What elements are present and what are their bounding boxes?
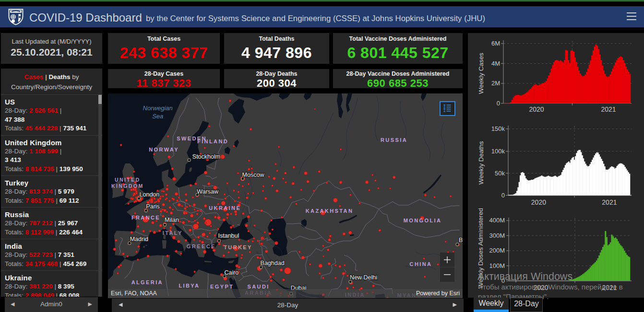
svg-text:150k: 150k bbox=[491, 125, 505, 132]
svg-text:100M: 100M bbox=[489, 262, 505, 269]
svg-text:2021: 2021 bbox=[601, 105, 616, 113]
svg-text:Baghdad: Baghdad bbox=[261, 260, 285, 266]
svg-text:London: London bbox=[140, 191, 160, 198]
svg-text:Warsaw: Warsaw bbox=[197, 188, 219, 195]
svg-text:2020: 2020 bbox=[529, 105, 544, 113]
svg-text:6M: 6M bbox=[491, 40, 500, 47]
svg-text:Cairo: Cairo bbox=[224, 269, 239, 276]
svg-text:KINGDOM: KINGDOM bbox=[111, 183, 144, 189]
svg-text:FRANCE: FRANCE bbox=[131, 215, 160, 220]
svg-text:2020: 2020 bbox=[531, 198, 546, 206]
svg-text:TURKEY: TURKEY bbox=[224, 244, 252, 250]
svg-text:KAZAKHSTAN: KAZAKHSTAN bbox=[306, 208, 354, 214]
svg-text:400M: 400M bbox=[489, 217, 505, 224]
svg-text:Paris: Paris bbox=[146, 203, 159, 210]
svg-text:ALGERIA: ALGERIA bbox=[131, 279, 163, 285]
svg-text:Esri, FAO, NOAA: Esri, FAO, NOAA bbox=[111, 290, 157, 297]
svg-text:MONGOLIA: MONGOLIA bbox=[404, 218, 442, 223]
svg-text:50k: 50k bbox=[495, 170, 505, 177]
svg-text:LIBYA: LIBYA bbox=[179, 283, 200, 289]
svg-text:4M: 4M bbox=[491, 60, 500, 67]
svg-text:EGYPT: EGYPT bbox=[210, 284, 234, 289]
svg-text:GREECE: GREECE bbox=[187, 243, 216, 249]
svg-text:Weekly Cases: Weekly Cases bbox=[477, 53, 485, 94]
svg-text:Weekly Deaths: Weekly Deaths bbox=[477, 141, 485, 185]
svg-text:Sea: Sea bbox=[152, 113, 163, 120]
svg-text:NORWAY: NORWAY bbox=[149, 147, 179, 152]
svg-text:FINLAND: FINLAND bbox=[197, 139, 228, 144]
svg-text:ITALY: ITALY bbox=[163, 230, 183, 236]
svg-text:Moscow: Moscow bbox=[242, 172, 265, 178]
svg-text:Stockholm: Stockholm bbox=[192, 153, 220, 160]
svg-text:Powered by Esri: Powered by Esri bbox=[416, 290, 460, 297]
svg-text:200M: 200M bbox=[489, 247, 505, 254]
svg-text:2021: 2021 bbox=[602, 198, 617, 206]
svg-text:Madrid: Madrid bbox=[130, 236, 148, 243]
svg-text:RUSSIA: RUSSIA bbox=[381, 137, 407, 143]
svg-text:0: 0 bbox=[501, 192, 505, 199]
svg-text:Istanbul: Istanbul bbox=[218, 232, 239, 239]
svg-text:0: 0 bbox=[497, 100, 500, 107]
svg-text:SAUDI: SAUDI bbox=[247, 284, 269, 289]
svg-text:UNITED: UNITED bbox=[115, 177, 140, 183]
svg-text:UKRAINE: UKRAINE bbox=[209, 205, 241, 211]
svg-text:CHINA: CHINA bbox=[410, 261, 432, 267]
svg-text:New Delhi: New Delhi bbox=[350, 274, 377, 281]
svg-text:300M: 300M bbox=[489, 232, 505, 239]
svg-text:Norwegian: Norwegian bbox=[143, 104, 173, 112]
svg-text:Milan: Milan bbox=[165, 217, 179, 223]
svg-text:2M: 2M bbox=[491, 80, 500, 87]
svg-text:Be: Be bbox=[459, 237, 463, 243]
svg-text:100k: 100k bbox=[491, 148, 505, 155]
